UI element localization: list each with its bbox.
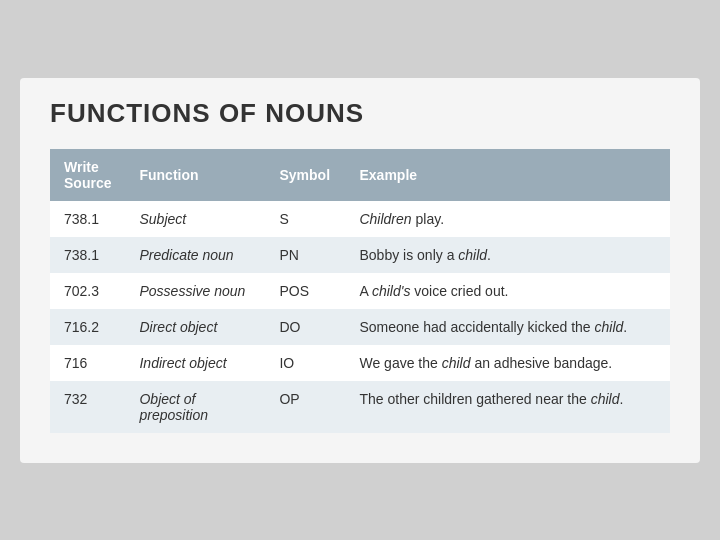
header-example: Example (345, 149, 670, 201)
cell-example: Bobby is only a child. (345, 237, 670, 273)
header-source: Write Source (50, 149, 125, 201)
cell-symbol: S (265, 201, 345, 237)
cell-source: 738.1 (50, 201, 125, 237)
cell-function: Subject (125, 201, 265, 237)
cell-source: 716 (50, 345, 125, 381)
table-row: 738.1Predicate nounPNBobby is only a chi… (50, 237, 670, 273)
functions-table: Write Source Function Symbol Example 738… (50, 149, 670, 433)
cell-source: 702.3 (50, 273, 125, 309)
cell-symbol: OP (265, 381, 345, 433)
cell-example: The other children gathered near the chi… (345, 381, 670, 433)
table-row: 738.1SubjectSChildren play. (50, 201, 670, 237)
cell-symbol: PN (265, 237, 345, 273)
page-title: FUNCTIONS OF NOUNS (50, 98, 670, 129)
cell-example: Someone had accidentally kicked the chil… (345, 309, 670, 345)
table-row: 716Indirect objectIOWe gave the child an… (50, 345, 670, 381)
cell-source: 716.2 (50, 309, 125, 345)
cell-function: Indirect object (125, 345, 265, 381)
cell-symbol: IO (265, 345, 345, 381)
cell-source: 732 (50, 381, 125, 433)
table-header-row: Write Source Function Symbol Example (50, 149, 670, 201)
cell-function: Predicate noun (125, 237, 265, 273)
cell-example: Children play. (345, 201, 670, 237)
cell-example: We gave the child an adhesive bandage. (345, 345, 670, 381)
cell-symbol: POS (265, 273, 345, 309)
cell-function: Object of preposition (125, 381, 265, 433)
table-row: 716.2Direct objectDOSomeone had accident… (50, 309, 670, 345)
cell-source: 738.1 (50, 237, 125, 273)
header-function: Function (125, 149, 265, 201)
cell-example: A child's voice cried out. (345, 273, 670, 309)
cell-function: Possessive noun (125, 273, 265, 309)
table-row: 702.3Possessive nounPOSA child's voice c… (50, 273, 670, 309)
table-row: 732Object of prepositionOPThe other chil… (50, 381, 670, 433)
cell-function: Direct object (125, 309, 265, 345)
cell-symbol: DO (265, 309, 345, 345)
card: FUNCTIONS OF NOUNS Write Source Function… (20, 78, 700, 463)
header-symbol: Symbol (265, 149, 345, 201)
